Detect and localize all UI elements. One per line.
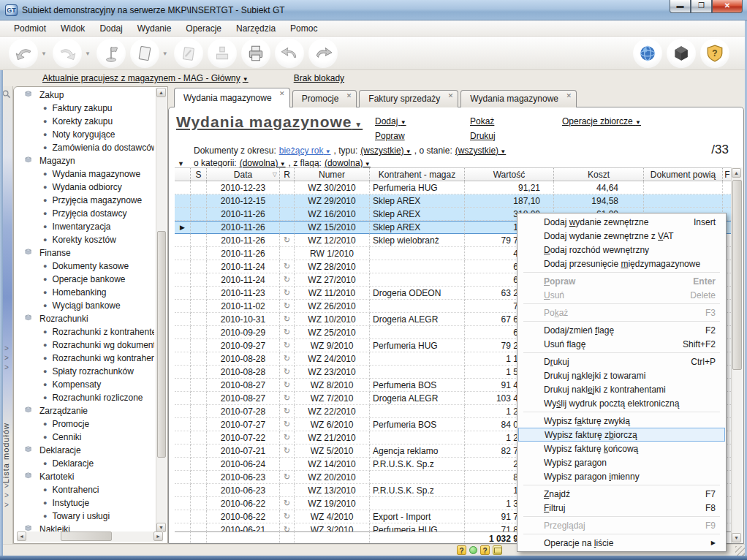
- context-menu-item-wypisz-fakturę-zbiorczą[interactable]: Wypisz fakturę zbiorczą: [518, 428, 725, 442]
- forward-arrow-icon[interactable]: [308, 39, 338, 68]
- chevron-down-icon[interactable]: ▼: [41, 50, 47, 57]
- context-menu-item-operacje-na-liście[interactable]: Operacje na liście▶: [517, 536, 726, 550]
- context-menu-item-dodaj-wydanie-zewnętrzne-z-vat[interactable]: Dodaj wydanie zewnętrzne z VAT: [517, 229, 726, 243]
- tab-wydania-magazynowe[interactable]: Wydania magazynowe✕: [174, 88, 290, 107]
- globe-icon[interactable]: [633, 39, 662, 68]
- sidebar-item[interactable]: ●Promocje: [14, 417, 154, 431]
- filter-collapse-icon[interactable]: ▼: [178, 160, 184, 167]
- menu-operacje[interactable]: Operacje: [179, 22, 228, 35]
- state-filter-link[interactable]: (wszystkie) ▼: [455, 145, 506, 156]
- sidebar-group-finanse[interactable]: Finanse: [14, 246, 154, 260]
- page-title[interactable]: Wydania magazynowe ▼: [176, 113, 363, 130]
- column-header-marker[interactable]: [175, 168, 191, 181]
- context-menu-item-drukuj-naklejki-z-towarami[interactable]: Drukuj naklejki z towarami: [517, 368, 726, 382]
- close-icon[interactable]: ✕: [346, 92, 352, 99]
- context-menu-item-wypisz-fakturę-zwykłą[interactable]: Wypisz fakturę zwykłą: [517, 414, 726, 428]
- sidebar-vertical-scrollbar[interactable]: ▲ ▼: [156, 88, 167, 532]
- period-filter-link[interactable]: bieżący rok ▼: [279, 145, 331, 156]
- sidebar-item[interactable]: ●Rozrachunki wg kontrahentów: [14, 352, 154, 365]
- chevron-down-icon[interactable]: ▼: [85, 50, 91, 57]
- context-menu-item-dodaj-zmień-flagę[interactable]: Dodaj/zmień flagęF2: [517, 323, 726, 337]
- titlebar[interactable]: GT Subiekt demonstracyjny na serwerze MK…: [0, 0, 747, 20]
- table-row[interactable]: 2010-12-15WZ 29/2010Sklep AREX187,10194,…: [175, 194, 732, 208]
- blockade-link[interactable]: Brak blokady: [294, 73, 344, 83]
- scroll-down-button[interactable]: ▼: [732, 533, 741, 542]
- scroll-left-button[interactable]: ◄: [17, 531, 26, 541]
- minimize-button[interactable]: ▬: [670, 0, 691, 13]
- column-header-Data[interactable]: Data▽: [207, 168, 280, 181]
- context-menu-item-drukuj[interactable]: DrukujCtrl+P: [517, 355, 726, 368]
- column-header-Koszt[interactable]: Koszt: [554, 168, 644, 181]
- tab-promocje[interactable]: Promocje✕: [292, 90, 357, 107]
- dodaj-link[interactable]: Dodaj ▼: [375, 116, 406, 126]
- column-header-Wartość[interactable]: Wartość: [465, 168, 554, 181]
- sidebar-item[interactable]: ●Rozrachunki wg dokumentów: [14, 338, 154, 352]
- context-menu-item-usuń-flagę[interactable]: Usuń flagęShift+F2: [517, 337, 726, 351]
- context-menu-item-dodaj-wydanie-zewnętrzne[interactable]: Dodaj wydanie zewnętrzneInsert: [517, 215, 726, 229]
- sidebar-item[interactable]: ●Przyjęcia magazynowe: [14, 194, 154, 207]
- context-menu-item-drukuj-naklejki-z-kontrahentami[interactable]: Drukuj naklejki z kontrahentami: [517, 382, 726, 396]
- context-menu-item-wyślij-wydruk-pocztą-elektroniczną[interactable]: Wyślij wydruk pocztą elektroniczną: [517, 396, 726, 410]
- sidebar-item[interactable]: ●Deklaracje: [14, 457, 154, 470]
- sidebar-item[interactable]: ●Inwentaryzacja: [14, 220, 154, 233]
- drukuj-link[interactable]: Drukuj: [470, 131, 496, 141]
- cube-icon[interactable]: [667, 39, 696, 68]
- help-badge-icon[interactable]: ?: [480, 545, 490, 555]
- sidebar-item[interactable]: ●Instytucje: [14, 496, 154, 510]
- sidebar-group-kartoteki[interactable]: Kartoteki: [14, 470, 154, 483]
- context-menu-item-znajdź[interactable]: ZnajdźF7: [517, 487, 726, 501]
- sidebar-item[interactable]: ●Faktury zakupu: [14, 102, 154, 115]
- pokaż-link[interactable]: Pokaż: [470, 116, 496, 126]
- sidebar-item[interactable]: ●Wydania magazynowe: [14, 167, 154, 181]
- scrollbar-thumb[interactable]: [61, 531, 112, 541]
- popraw-link[interactable]: Popraw: [375, 131, 406, 141]
- sidebar-item[interactable]: ●Cenniki: [14, 431, 154, 444]
- printer-icon[interactable]: [241, 39, 270, 68]
- menu-wydanie[interactable]: Wydanie: [131, 22, 178, 35]
- menu-narzędzia[interactable]: Narzędzia: [230, 22, 282, 35]
- sidebar-item[interactable]: ●Spłaty rozrachunków: [14, 365, 154, 378]
- tab-wydania-magazynowe[interactable]: Wydania magazynowe✕: [460, 90, 577, 107]
- menu-podmiot[interactable]: Podmiot: [7, 22, 53, 35]
- sidebar-group-magazyn[interactable]: Magazyn: [14, 154, 154, 167]
- sidebar-item[interactable]: ●Dokumenty kasowe: [14, 260, 154, 273]
- scrollbar-thumb[interactable]: [732, 180, 742, 370]
- close-button[interactable]: ✕: [712, 0, 743, 13]
- sidebar-item[interactable]: ●Wydania odbiorcy: [14, 181, 154, 194]
- column-header-S[interactable]: S: [191, 168, 207, 181]
- sidebar-group-zarządzanie[interactable]: Zarządzanie: [14, 404, 154, 417]
- context-menu-item-wypisz-fakturę-końcową[interactable]: Wypisz fakturę końcową: [517, 442, 726, 455]
- table-vertical-scrollbar[interactable]: ▲ ▼: [731, 167, 743, 543]
- sidebar-group-deklaracje[interactable]: Deklaracje: [14, 444, 154, 457]
- warehouse-link[interactable]: Aktualnie pracujesz z magazynem - MAG - …: [42, 73, 249, 83]
- maximize-button[interactable]: ❐: [691, 0, 712, 13]
- sidebar-item[interactable]: ●Kompensaty: [14, 378, 154, 391]
- mail-icon[interactable]: [493, 545, 502, 555]
- category-filter-link[interactable]: (dowolna) ▼: [240, 158, 286, 168]
- flag-pin-icon[interactable]: [96, 39, 126, 68]
- sidebar-item[interactable]: ●Wyciągi bankowe: [14, 299, 154, 312]
- scroll-up-button[interactable]: ▲: [732, 168, 741, 178]
- column-header-Numer[interactable]: Numer: [295, 168, 370, 181]
- type-filter-link[interactable]: (wszystkie) ▼: [360, 145, 411, 156]
- dispatch-arrow-icon[interactable]: [9, 39, 38, 68]
- column-header-Kontrahent - magaz[interactable]: Kontrahent - magaz: [370, 168, 465, 181]
- help-shield-icon[interactable]: ?: [700, 39, 729, 68]
- sidebar-group-rozrachunki[interactable]: Rozrachunki: [14, 312, 154, 325]
- sidebar-item[interactable]: ●Przyjęcia dostawcy: [14, 207, 154, 220]
- context-menu-item-dodaj-przesunięcie-międzymagazynowe[interactable]: Dodaj przesunięcie międzymagazynowe: [517, 257, 726, 270]
- resize-grip[interactable]: [735, 546, 745, 556]
- operacje-zbiorcze-link[interactable]: Operacje zbiorcze ▼: [562, 116, 641, 126]
- close-icon[interactable]: ✕: [279, 90, 285, 97]
- sidebar-item[interactable]: ●Zamówienia do dostawców: [14, 141, 154, 154]
- help-badge-icon[interactable]: ?: [457, 545, 466, 555]
- menu-widok[interactable]: Widok: [54, 22, 91, 35]
- undo-arrow-icon[interactable]: [275, 39, 304, 68]
- sidebar-item[interactable]: ●Rozrachunki rozliczone: [14, 391, 154, 404]
- chevron-down-icon[interactable]: ▼: [162, 50, 168, 57]
- tab-faktury-sprzedaży[interactable]: Faktury sprzedaży✕: [359, 90, 458, 107]
- new-document-icon[interactable]: [130, 39, 159, 68]
- sidebar-item[interactable]: ●Rozrachunki z kontrahentem: [14, 325, 154, 338]
- scroll-right-button[interactable]: ►: [153, 531, 163, 541]
- online-status-icon[interactable]: [469, 546, 477, 554]
